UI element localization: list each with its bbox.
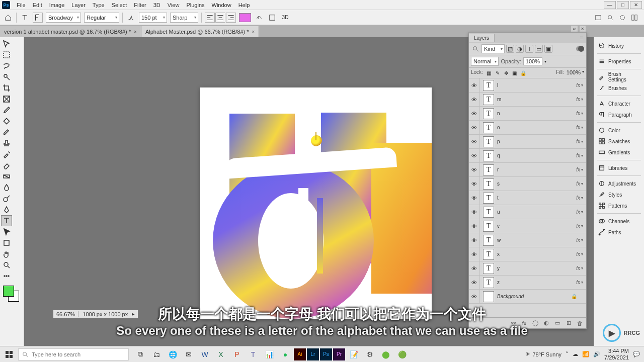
panel-brush-settings[interactable]: Brush Settings: [594, 71, 644, 82]
home-icon[interactable]: [3, 13, 13, 23]
type-tool[interactable]: [1, 215, 12, 226]
font-style-select[interactable]: Regular: [84, 13, 119, 23]
layer-name[interactable]: t: [497, 195, 576, 201]
eyedropper-tool[interactable]: [1, 105, 12, 116]
lock-position-icon[interactable]: ✥: [503, 69, 510, 76]
illustrator-icon[interactable]: Ai: [294, 348, 306, 360]
fx-badge[interactable]: fx: [576, 280, 581, 285]
layer-name[interactable]: x: [497, 251, 576, 257]
3d-button[interactable]: 3D: [280, 13, 290, 23]
warp-text-button[interactable]: [254, 13, 264, 23]
opacity-value[interactable]: 100%: [523, 57, 542, 65]
explorer-icon[interactable]: 🗂: [149, 347, 164, 362]
visibility-icon[interactable]: 👁: [469, 107, 480, 120]
text-orientation-toggle[interactable]: [33, 13, 43, 23]
menu-image[interactable]: Image: [46, 1, 68, 9]
visibility-icon[interactable]: 👁: [469, 205, 480, 219]
panel-libraries[interactable]: Libraries: [594, 162, 644, 173]
visibility-icon[interactable]: 👁: [469, 135, 480, 148]
lock-transparency-icon[interactable]: ▦: [486, 69, 493, 76]
layer-name[interactable]: o: [497, 125, 576, 130]
panel-gradients[interactable]: Gradients: [594, 147, 644, 158]
search-icon[interactable]: [606, 13, 615, 22]
visibility-icon[interactable]: 👁: [469, 78, 480, 92]
filter-shape-icon[interactable]: ▭: [535, 45, 543, 53]
layer-name[interactable]: p: [497, 139, 576, 144]
fx-badge[interactable]: fx: [576, 82, 581, 88]
link-layers-icon[interactable]: ⚯: [510, 320, 517, 327]
fx-badge[interactable]: fx: [576, 111, 581, 116]
gradient-tool[interactable]: [1, 171, 12, 182]
visibility-icon[interactable]: 👁: [469, 290, 480, 303]
chevron-down-icon[interactable]: ▾: [581, 238, 586, 242]
layer-mask-icon[interactable]: ◯: [532, 320, 539, 327]
layer-item[interactable]: 👁Ttfx▾: [469, 191, 586, 205]
menu-help[interactable]: Help: [235, 1, 254, 9]
fx-badge[interactable]: fx: [576, 97, 581, 102]
eraser-tool[interactable]: [1, 160, 12, 171]
fx-badge[interactable]: fx: [576, 265, 581, 271]
filter-smart-icon[interactable]: ▣: [544, 45, 552, 53]
filter-toggle[interactable]: [576, 46, 584, 51]
mail-icon[interactable]: ✉: [181, 347, 196, 362]
layer-name[interactable]: v: [497, 223, 576, 229]
lock-all-icon[interactable]: 🔒: [520, 69, 527, 76]
artboard[interactable]: [200, 87, 432, 319]
stamp-tool[interactable]: [1, 138, 12, 149]
visibility-icon[interactable]: 👁: [469, 219, 480, 233]
layer-item[interactable]: 👁Tyfx▾: [469, 261, 586, 276]
layer-item[interactable]: 👁Twfx▾: [469, 233, 586, 247]
filter-adjust-icon[interactable]: ◑: [516, 45, 524, 53]
close-icon[interactable]: ×: [252, 29, 255, 35]
layer-list[interactable]: 👁Tlfx▾👁Tmfx▾👁Tnfx▾👁Tofx▾👁Tpfx▾👁Tqfx▾👁Trf…: [469, 78, 586, 317]
layer-item[interactable]: 👁Tmfx▾: [469, 93, 586, 107]
dodge-tool[interactable]: [1, 193, 12, 204]
tray-chevron-icon[interactable]: ˄: [566, 351, 569, 357]
healing-tool[interactable]: [1, 116, 12, 127]
panel-adjustments[interactable]: Adjustments: [594, 178, 644, 189]
layer-name[interactable]: w: [497, 237, 576, 243]
anti-alias-select[interactable]: Sharp: [170, 13, 198, 23]
font-family-select[interactable]: Broadway: [46, 13, 81, 23]
layer-item[interactable]: 👁Trfx▾: [469, 163, 586, 177]
start-button[interactable]: [0, 346, 18, 363]
menu-edit[interactable]: Edit: [29, 1, 46, 9]
wifi-icon[interactable]: 📶: [582, 351, 589, 357]
window-minimize-button[interactable]: —: [604, 1, 616, 9]
panel-channels[interactable]: Channels: [594, 216, 644, 227]
app-icon[interactable]: 📊: [262, 347, 277, 362]
panel-styles[interactable]: Styles: [594, 189, 644, 200]
chevron-down-icon[interactable]: ▾: [581, 266, 586, 270]
menu-select[interactable]: Select: [108, 1, 131, 9]
app-icon[interactable]: 📝: [346, 347, 361, 362]
layer-name[interactable]: m: [497, 97, 576, 102]
visibility-icon[interactable]: 👁: [469, 93, 480, 106]
panel-patterns[interactable]: Patterns: [594, 200, 644, 211]
chevron-down-icon[interactable]: ▾: [581, 139, 586, 144]
font-size-select[interactable]: 150 pt: [139, 13, 167, 23]
layer-item[interactable]: 👁Tnfx▾: [469, 107, 586, 121]
status-chevron-icon[interactable]: ▸: [132, 311, 135, 317]
cloud-docs-icon[interactable]: [594, 13, 603, 22]
chevron-down-icon[interactable]: ▾: [581, 153, 586, 158]
shape-tool[interactable]: [1, 237, 12, 248]
chevron-down-icon[interactable]: ▾: [581, 111, 586, 116]
edit-toolbar-button[interactable]: [1, 270, 12, 282]
powerpoint-icon[interactable]: P: [229, 347, 245, 362]
chevron-down-icon[interactable]: ▾: [581, 83, 586, 87]
menu-type[interactable]: Type: [89, 1, 108, 9]
visibility-icon[interactable]: 👁: [469, 261, 480, 275]
chevron-down-icon[interactable]: ▾: [581, 252, 586, 256]
layer-name[interactable]: s: [497, 181, 576, 187]
zoom-level[interactable]: 66.67%: [56, 311, 78, 317]
new-fill-icon[interactable]: ◐: [543, 320, 550, 327]
frame-tool[interactable]: [1, 94, 12, 105]
lightroom-icon[interactable]: Lr: [307, 348, 319, 360]
chevron-down-icon[interactable]: ▾: [581, 167, 586, 172]
notifications-icon[interactable]: 💬: [633, 351, 640, 357]
onedrive-icon[interactable]: ☁: [573, 351, 578, 357]
volume-icon[interactable]: 🔊: [593, 351, 600, 357]
crop-tool[interactable]: [1, 82, 12, 94]
zoom-tool[interactable]: [1, 259, 12, 270]
fx-badge[interactable]: fx: [576, 251, 581, 257]
